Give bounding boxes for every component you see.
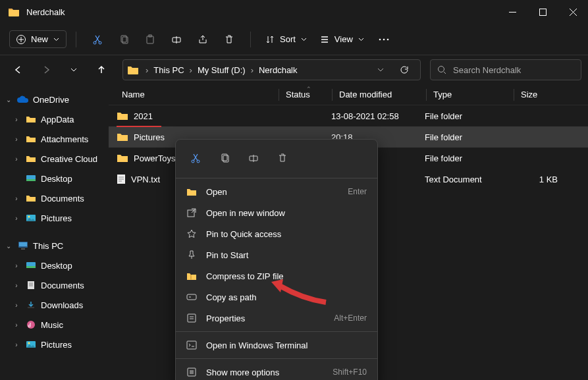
col-type[interactable]: Type xyxy=(427,90,514,99)
ctx-label: Open xyxy=(206,187,338,197)
view-button[interactable]: View xyxy=(315,34,369,44)
sidebar-item-downloads[interactable]: ›Downloads xyxy=(0,295,109,315)
new-label: New xyxy=(31,34,48,44)
zip-icon xyxy=(186,271,197,281)
sidebar-item-label: Creative Cloud xyxy=(41,154,97,164)
col-date[interactable]: Date modified xyxy=(333,90,426,99)
minimize-button[interactable] xyxy=(497,0,527,24)
ctx-label: Pin to Start xyxy=(206,250,367,260)
highlight-underline xyxy=(117,126,161,127)
sidebar-item-label: Documents xyxy=(41,281,84,290)
svg-point-2 xyxy=(94,41,96,44)
sort-button[interactable]: Sort xyxy=(260,34,312,44)
breadcrumb[interactable]: Nerdchalk xyxy=(256,65,300,75)
col-status[interactable]: Status xyxy=(279,90,332,99)
cut-button[interactable] xyxy=(86,28,109,51)
paste-button[interactable] xyxy=(138,28,162,51)
column-headers: Name Status Date modified Type Size xyxy=(109,84,588,105)
forward-button[interactable] xyxy=(34,58,58,82)
breadcrumb[interactable]: This PC xyxy=(151,65,186,75)
col-name[interactable]: Name xyxy=(109,90,279,99)
address-bar[interactable]: › This PC › My Stuff (D:) › Nerdchalk xyxy=(122,59,421,80)
folder-open-icon xyxy=(186,187,197,196)
svg-point-28 xyxy=(197,160,200,163)
sidebar-item-desktop[interactable]: Desktop xyxy=(0,169,109,188)
toolbar: New Sort View xyxy=(0,24,588,55)
ctx-show-more[interactable]: Show more optionsShift+F10 xyxy=(176,362,377,380)
copy-button[interactable] xyxy=(112,28,136,51)
ctx-open-new-window[interactable]: Open in new window xyxy=(176,202,377,223)
sidebar-item-label: AppData xyxy=(41,115,74,124)
share-button[interactable] xyxy=(191,28,215,51)
breadcrumb[interactable]: My Stuff (D:) xyxy=(195,65,248,75)
delete-button[interactable] xyxy=(217,28,241,51)
nav-row: › This PC › My Stuff (D:) › Nerdchalk Se… xyxy=(0,55,588,84)
ctx-open[interactable]: OpenEnter xyxy=(176,181,377,202)
new-window-icon xyxy=(186,207,197,218)
file-row[interactable]: 2021 13-08-2021 02:58File folder xyxy=(109,105,588,126)
ctx-label: Pin to Quick access xyxy=(206,229,367,239)
history-dropdown[interactable] xyxy=(369,58,392,82)
svg-point-3 xyxy=(99,41,101,44)
col-size[interactable]: Size xyxy=(514,90,560,99)
file-date: 13-08-2021 02:58 xyxy=(331,111,425,121)
ctx-properties[interactable]: PropertiesAlt+Enter xyxy=(176,308,377,329)
maximize-button[interactable] xyxy=(527,0,558,24)
ctx-delete-button[interactable] xyxy=(269,146,296,170)
svg-rect-22 xyxy=(28,281,34,289)
sidebar-item-creativecloud[interactable]: ›Creative Cloud xyxy=(0,149,109,169)
chevron-down-icon xyxy=(358,38,364,41)
ctx-pin-quick-access[interactable]: Pin to Quick access xyxy=(176,223,377,244)
sidebar-item-appdata[interactable]: ›AppData xyxy=(0,109,109,129)
close-button[interactable] xyxy=(558,0,588,24)
back-button[interactable] xyxy=(7,58,30,82)
svg-rect-18 xyxy=(19,242,27,246)
sidebar-item-music[interactable]: ›Music xyxy=(0,315,109,335)
properties-icon xyxy=(186,313,197,323)
ctx-label: Show more options xyxy=(206,367,323,377)
ctx-shortcut: Alt+Enter xyxy=(334,313,367,323)
search-input[interactable]: Search Nerdchalk xyxy=(430,59,581,80)
sidebar-item-thispc[interactable]: ⌄This PC xyxy=(0,236,109,256)
recent-button[interactable] xyxy=(62,58,86,82)
new-button[interactable]: New xyxy=(9,30,67,48)
sidebar-item-label: Desktop xyxy=(41,261,72,271)
sidebar-item-label: This PC xyxy=(33,241,63,251)
chevron-down-icon xyxy=(301,38,307,41)
ctx-rename-button[interactable] xyxy=(240,146,267,170)
svg-rect-19 xyxy=(21,248,25,250)
ctx-label: Properties xyxy=(206,313,325,323)
search-icon xyxy=(437,65,446,74)
sidebar-item-label: Music xyxy=(41,320,63,330)
rename-button[interactable] xyxy=(165,28,188,51)
sidebar-item-documents[interactable]: ›Documents xyxy=(0,188,109,208)
up-button[interactable] xyxy=(90,58,113,82)
sidebar-item-desktop-pc[interactable]: ›Desktop xyxy=(0,256,109,275)
ctx-pin-start[interactable]: Pin to Start xyxy=(176,244,377,265)
star-icon xyxy=(186,229,197,239)
ctx-shortcut: Enter xyxy=(348,187,367,196)
ctx-terminal[interactable]: Open in Windows Terminal xyxy=(176,335,377,356)
sort-indicator: ⌃ xyxy=(306,86,311,92)
file-type: File folder xyxy=(425,132,512,142)
sidebar-item-attachments[interactable]: ›Attachments xyxy=(0,129,109,149)
sidebar-item-pictures[interactable]: ›Pictures xyxy=(0,208,109,228)
ctx-copy-button[interactable] xyxy=(211,146,238,170)
svg-rect-35 xyxy=(187,341,196,349)
svg-rect-0 xyxy=(539,9,546,15)
file-type: File folder xyxy=(425,153,512,163)
svg-point-27 xyxy=(192,160,194,163)
search-placeholder: Search Nerdchalk xyxy=(453,65,521,75)
file-type: File folder xyxy=(425,111,512,121)
sidebar-item-label: Desktop xyxy=(41,174,72,184)
file-type: Text Document xyxy=(425,175,512,184)
sidebar-item-documents-pc[interactable]: ›Documents xyxy=(0,275,109,295)
refresh-button[interactable] xyxy=(392,58,416,82)
ctx-cut-button[interactable] xyxy=(182,146,209,170)
more-button[interactable] xyxy=(372,28,396,51)
sidebar-item-pictures-pc[interactable]: ›Pictures xyxy=(0,335,109,354)
sidebar-item-onedrive[interactable]: ⌄OneDrive xyxy=(0,90,109,109)
pin-icon xyxy=(186,250,197,260)
sidebar: ⌄OneDrive ›AppData ›Attachments ›Creativ… xyxy=(0,84,109,380)
svg-rect-34 xyxy=(188,314,196,322)
